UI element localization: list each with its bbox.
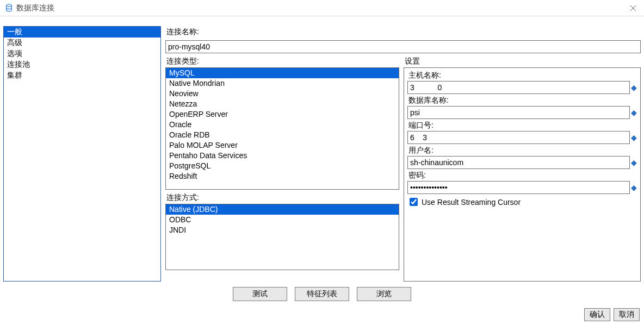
right-panel: 连接名称: 连接类型: MySQLNative MondrianNeoviewN… bbox=[165, 26, 641, 282]
streaming-cursor-checkbox[interactable] bbox=[410, 198, 418, 206]
variable-icon[interactable]: ◆ bbox=[631, 108, 637, 117]
access-item[interactable]: ODBC bbox=[166, 215, 399, 225]
svg-point-0 bbox=[6, 4, 11, 7]
access-item[interactable]: Native (JDBC) bbox=[166, 204, 399, 215]
connection-type-item[interactable]: Redshift bbox=[166, 171, 399, 182]
sidebar-item[interactable]: 选项 bbox=[4, 48, 160, 59]
variable-icon[interactable]: ◆ bbox=[631, 158, 637, 167]
password-input[interactable] bbox=[407, 181, 630, 194]
title-bar: 数据库连接 bbox=[0, 0, 644, 16]
streaming-cursor-label[interactable]: Use Result Streaming Cursor bbox=[422, 198, 521, 207]
connection-name-input[interactable] bbox=[165, 40, 641, 53]
mid-button-bar: 测试 特征列表 浏览 bbox=[0, 285, 644, 303]
connection-type-item[interactable]: MySQL bbox=[166, 68, 399, 78]
access-label: 连接方式: bbox=[165, 192, 399, 204]
dialog-window: 数据库连接 一般高级选项连接池集群 连接名称: 连接类型: MySQLNativ… bbox=[0, 0, 644, 325]
port-label: 端口号: bbox=[407, 120, 637, 131]
port-input[interactable] bbox=[407, 131, 630, 144]
connection-name-label: 连接名称: bbox=[165, 26, 641, 38]
settings-box: 主机名称: ◆ 数据库名称: ◆ bbox=[404, 67, 641, 282]
sidebar-item[interactable]: 一般 bbox=[4, 27, 160, 38]
connection-type-item[interactable]: Native Mondrian bbox=[166, 78, 399, 89]
category-sidebar[interactable]: 一般高级选项连接池集群 bbox=[3, 26, 161, 282]
connection-type-listbox[interactable]: MySQLNative MondrianNeoviewNetezzaOpenER… bbox=[165, 67, 399, 190]
col-types: 连接类型: MySQLNative MondrianNeoviewNetezza… bbox=[165, 55, 399, 282]
connection-type-item[interactable]: Pentaho Data Services bbox=[166, 151, 399, 161]
connection-type-item[interactable]: OpenERP Server bbox=[166, 109, 399, 120]
access-listbox[interactable]: Native (JDBC)ODBCJNDI bbox=[165, 204, 399, 270]
window-title: 数据库连接 bbox=[16, 3, 54, 13]
browse-button[interactable]: 浏览 bbox=[357, 287, 411, 301]
access-item[interactable]: JNDI bbox=[166, 225, 399, 235]
database-icon bbox=[4, 4, 13, 12]
ok-button[interactable]: 确认 bbox=[584, 308, 610, 321]
connection-type-item[interactable]: Palo MOLAP Server bbox=[166, 140, 399, 151]
col-settings: 设置 主机名称: ◆ 数据库名称: bbox=[404, 55, 641, 282]
connection-type-item[interactable]: Neoview bbox=[166, 89, 399, 99]
db-name-input[interactable] bbox=[407, 106, 630, 119]
sidebar-item[interactable]: 高级 bbox=[4, 38, 160, 48]
db-name-label: 数据库名称: bbox=[407, 95, 637, 106]
cancel-button[interactable]: 取消 bbox=[614, 308, 640, 321]
sidebar-item[interactable]: 集群 bbox=[4, 70, 160, 81]
connection-type-item[interactable]: Netezza bbox=[166, 99, 399, 109]
test-button[interactable]: 测试 bbox=[233, 287, 287, 301]
connection-type-item[interactable]: Oracle RDB bbox=[166, 130, 399, 140]
close-icon[interactable] bbox=[628, 3, 639, 14]
connection-type-label: 连接类型: bbox=[165, 55, 399, 67]
sidebar-item[interactable]: 连接池 bbox=[4, 59, 160, 70]
connection-type-item[interactable]: PostgreSQL bbox=[166, 161, 399, 171]
settings-label: 设置 bbox=[404, 55, 641, 67]
user-input[interactable] bbox=[407, 156, 630, 169]
password-label: 密码: bbox=[407, 170, 637, 181]
user-label: 用户名: bbox=[407, 145, 637, 156]
host-input[interactable] bbox=[407, 81, 630, 94]
connection-type-item[interactable]: Oracle bbox=[166, 120, 399, 130]
variable-icon[interactable]: ◆ bbox=[631, 183, 637, 192]
variable-icon[interactable]: ◆ bbox=[631, 133, 637, 142]
bottom-button-bar: 确认 取消 bbox=[584, 307, 640, 323]
feature-list-button[interactable]: 特征列表 bbox=[295, 287, 349, 301]
variable-icon[interactable]: ◆ bbox=[631, 83, 637, 92]
host-label: 主机名称: bbox=[407, 70, 637, 81]
